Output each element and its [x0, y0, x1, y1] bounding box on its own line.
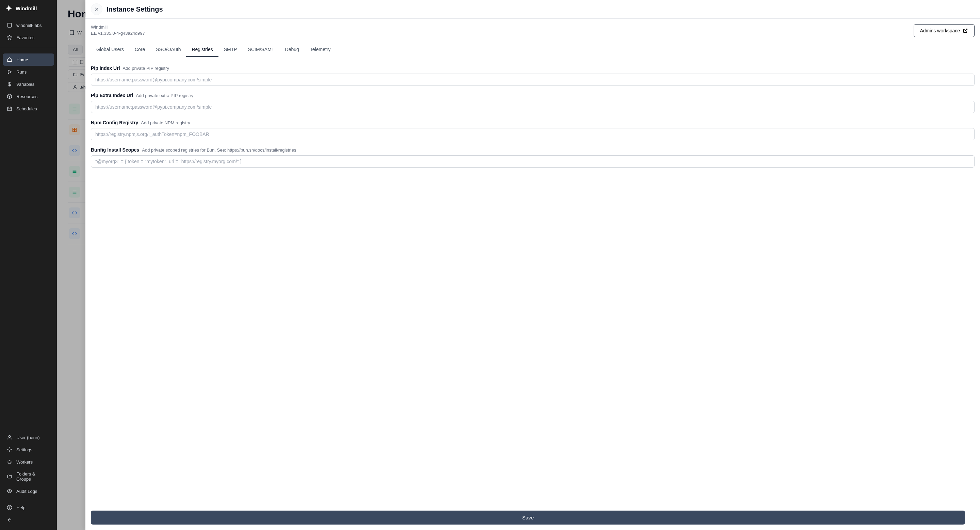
- pip-extra-sub: Add private extra PIP registry: [136, 93, 193, 98]
- sidebar-favorites[interactable]: Favorites: [3, 31, 54, 44]
- tab-smtp[interactable]: SMTP: [218, 43, 243, 57]
- home-label: Home: [16, 57, 28, 62]
- npm-label: Npm Config Registry: [91, 120, 138, 125]
- external-link-icon: [963, 28, 968, 34]
- calendar-icon: [7, 106, 12, 112]
- sidebar-workspace[interactable]: windmill-labs: [3, 19, 54, 31]
- sidebar-settings[interactable]: Settings: [3, 444, 54, 456]
- tab-global-users[interactable]: Global Users: [91, 43, 129, 57]
- sidebar-workers[interactable]: Workers: [3, 456, 54, 468]
- npm-sub: Add private NPM registry: [141, 120, 190, 125]
- bunfig-label: Bunfig Install Scopes: [91, 147, 139, 153]
- home-icon: [7, 57, 12, 62]
- pip-index-label: Pip Index Url: [91, 65, 120, 71]
- eye-icon: [7, 488, 12, 494]
- workspace-label: windmill-labs: [16, 23, 41, 28]
- bunfig-sub: Add private scoped registries for Bun, S…: [142, 147, 296, 153]
- svg-line-41: [965, 29, 967, 31]
- sidebar-runs[interactable]: Runs: [3, 66, 54, 78]
- pip-extra-label: Pip Extra Index Url: [91, 93, 133, 98]
- modal-title: Instance Settings: [107, 5, 163, 13]
- user-label: User (henri): [16, 435, 40, 440]
- svg-marker-6: [8, 70, 11, 74]
- product-name: Windmill: [91, 24, 145, 30]
- close-icon: [94, 6, 99, 12]
- svg-point-14: [9, 449, 10, 450]
- workers-label: Workers: [16, 460, 33, 465]
- sidebar-folders[interactable]: Folders & Groups: [3, 468, 54, 485]
- pip-extra-input[interactable]: [91, 101, 975, 113]
- svg-rect-9: [8, 107, 11, 111]
- play-icon: [7, 69, 12, 75]
- sidebar-help[interactable]: Help: [3, 501, 54, 514]
- user-icon: [7, 435, 12, 440]
- settings-modal: Instance Settings Windmill EE v1.335.0-4…: [86, 0, 980, 530]
- svg-rect-0: [8, 23, 11, 27]
- settings-label: Settings: [16, 447, 32, 452]
- pip-index-sub: Add private PIP registry: [123, 66, 169, 71]
- windmill-logo-icon: [5, 5, 12, 11]
- help-label: Help: [16, 505, 25, 510]
- bunfig-input[interactable]: [91, 155, 975, 168]
- variables-label: Variables: [16, 82, 34, 87]
- sidebar-collapse[interactable]: [3, 514, 54, 526]
- svg-point-16: [8, 462, 9, 462]
- runs-label: Runs: [16, 69, 27, 75]
- gear-icon: [7, 447, 12, 452]
- app-name: Windmill: [16, 5, 37, 11]
- svg-point-19: [9, 490, 10, 492]
- sidebar-resources[interactable]: Resources: [3, 90, 54, 102]
- favorites-label: Favorites: [16, 35, 34, 40]
- tab-core[interactable]: Core: [129, 43, 150, 57]
- arrow-left-icon: [7, 517, 12, 522]
- sidebar: Windmill windmill-labs Favorites Home Ru…: [0, 0, 57, 530]
- tab-debug[interactable]: Debug: [280, 43, 305, 57]
- pip-index-input[interactable]: [91, 73, 975, 86]
- folders-label: Folders & Groups: [16, 471, 50, 482]
- tab-sso[interactable]: SSO/OAuth: [150, 43, 186, 57]
- schedules-label: Schedules: [16, 106, 37, 112]
- npm-input[interactable]: [91, 128, 975, 140]
- resources-label: Resources: [16, 94, 37, 99]
- svg-point-13: [8, 436, 10, 437]
- svg-point-21: [10, 509, 10, 509]
- sidebar-user[interactable]: User (henri): [3, 431, 54, 444]
- version-string: EE v1.335.0-4-g43a24d997: [91, 30, 145, 37]
- audit-label: Audit Logs: [16, 489, 37, 494]
- help-icon: [7, 505, 12, 510]
- tab-telemetry[interactable]: Telemetry: [305, 43, 336, 57]
- sidebar-brand[interactable]: Windmill: [0, 0, 57, 16]
- admins-button-label: Admins workspace: [920, 28, 960, 34]
- svg-point-17: [10, 462, 10, 462]
- svg-marker-5: [7, 35, 11, 40]
- sidebar-variables[interactable]: Variables: [3, 78, 54, 90]
- tab-scim[interactable]: SCIM/SAML: [243, 43, 280, 57]
- admins-workspace-button[interactable]: Admins workspace: [914, 24, 975, 37]
- sidebar-home[interactable]: Home: [3, 53, 54, 66]
- star-icon: [7, 35, 12, 40]
- bot-icon: [7, 459, 12, 465]
- box-icon: [7, 94, 12, 99]
- dollar-icon: [7, 81, 12, 87]
- building-icon: [7, 22, 12, 28]
- tab-registries[interactable]: Registries: [186, 43, 218, 57]
- sidebar-schedules[interactable]: Schedules: [3, 102, 54, 115]
- save-button[interactable]: Save: [91, 511, 965, 525]
- close-button[interactable]: [91, 3, 102, 15]
- folder-icon: [7, 474, 12, 479]
- sidebar-audit[interactable]: Audit Logs: [3, 485, 54, 497]
